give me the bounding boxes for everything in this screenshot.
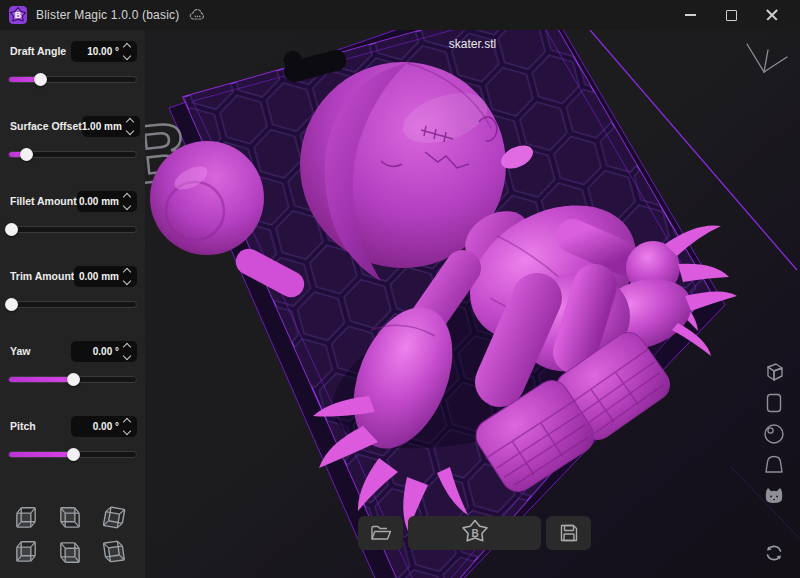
control-value: 0.00 ° <box>93 346 119 357</box>
view-preset-4[interactable] <box>12 538 40 566</box>
stepper <box>119 269 137 284</box>
refresh-icon <box>762 541 786 565</box>
cube-view-icon <box>56 504 84 532</box>
draft-angle-slider[interactable] <box>8 73 137 86</box>
yaw-slider[interactable] <box>8 373 137 386</box>
slider-track[interactable] <box>8 226 137 233</box>
pitch-slider[interactable] <box>8 448 137 461</box>
control-label: Surface Offset <box>8 120 82 132</box>
model-leg-left <box>500 298 537 382</box>
blister-logo-button[interactable]: B <box>408 516 541 550</box>
trim-amount-input[interactable]: 0.00 mm <box>74 266 137 287</box>
stepper-up-icon[interactable] <box>123 192 131 200</box>
stepper-up-icon[interactable] <box>123 42 131 50</box>
control-label: Pitch <box>8 420 36 432</box>
save-file-button[interactable] <box>546 516 591 550</box>
slider-thumb[interactable] <box>67 448 80 461</box>
sphere-icon <box>762 422 786 446</box>
control-value: 0.00 mm <box>79 271 119 282</box>
sphere-tool-button[interactable] <box>760 420 788 448</box>
control-pitch: Pitch 0.00 ° <box>0 415 145 490</box>
tub-tool-button[interactable] <box>760 451 788 479</box>
stepper-up-icon[interactable] <box>123 342 131 350</box>
stepper <box>119 44 137 59</box>
stepper-down-icon[interactable] <box>126 126 134 134</box>
stepper-down-icon[interactable] <box>123 51 131 59</box>
window-controls <box>676 3 800 27</box>
surface-offset-slider[interactable] <box>8 148 137 161</box>
control-surface-offset: Surface Offset 1.00 mm <box>0 115 145 190</box>
close-button[interactable] <box>758 3 786 27</box>
pitch-input[interactable]: 0.00 ° <box>71 416 137 437</box>
draft-angle-input[interactable]: 10.00 ° <box>71 41 137 62</box>
slider-fill <box>9 452 74 457</box>
close-icon <box>766 9 778 21</box>
app-window: B Blister Magic 1.0.0 (basic) Draft Angl… <box>0 0 800 578</box>
slider-thumb[interactable] <box>5 223 18 236</box>
stepper-up-icon[interactable] <box>123 267 131 275</box>
control-value: 1.00 mm <box>82 121 122 132</box>
control-draft-angle: Draft Angle 10.00 ° <box>0 40 145 115</box>
stepper-down-icon[interactable] <box>123 276 131 284</box>
view-preset-2[interactable] <box>56 504 84 532</box>
model-leg-right <box>575 286 595 352</box>
control-label: Fillet Amount <box>8 195 77 207</box>
stepper <box>119 194 137 209</box>
stepper-down-icon[interactable] <box>123 426 131 434</box>
control-label: Trim Amount <box>8 270 74 282</box>
stepper <box>119 419 137 434</box>
stepper <box>122 119 140 134</box>
view-preset-3[interactable] <box>100 504 128 532</box>
slider-thumb[interactable] <box>20 148 33 161</box>
fillet-amount-input[interactable]: 0.00 mm <box>77 191 137 212</box>
cube-view-icon <box>56 538 84 566</box>
surface-offset-input[interactable]: 1.00 mm <box>82 116 140 137</box>
stepper-up-icon[interactable] <box>126 117 134 125</box>
open-file-button[interactable] <box>358 516 403 550</box>
cube-view-icon <box>12 538 40 566</box>
folder-open-icon <box>370 524 392 542</box>
maximize-button[interactable] <box>717 3 745 27</box>
title-bar: B Blister Magic 1.0.0 (basic) <box>0 0 800 30</box>
view-preset-5[interactable] <box>56 538 84 566</box>
plate-icon <box>762 391 786 415</box>
view-preset-1[interactable] <box>12 504 40 532</box>
slider-thumb[interactable] <box>67 373 80 386</box>
box-tool-button[interactable] <box>760 358 788 386</box>
viewport-3d[interactable]: B <box>145 30 800 578</box>
cube-view-icon <box>98 502 130 534</box>
cat-tool-button[interactable] <box>760 482 788 510</box>
model-arm-right <box>573 236 623 258</box>
control-label: Yaw <box>8 345 30 357</box>
trim-amount-slider[interactable] <box>8 298 137 311</box>
view-preset-6[interactable] <box>100 538 128 566</box>
slider-thumb[interactable] <box>34 73 47 86</box>
shape-tool-rail <box>760 358 788 567</box>
stepper-down-icon[interactable] <box>123 351 131 359</box>
control-label: Draft Angle <box>8 45 66 57</box>
slider-fill <box>9 377 74 382</box>
cube-view-icon <box>98 536 130 568</box>
app-logo-icon: B <box>9 6 27 24</box>
svg-text:B: B <box>15 10 22 20</box>
stepper-down-icon[interactable] <box>123 201 131 209</box>
save-icon <box>559 523 579 543</box>
control-value: 0.00 ° <box>93 421 119 432</box>
minimize-button[interactable] <box>676 3 704 27</box>
slider-thumb[interactable] <box>5 298 18 311</box>
fillet-amount-slider[interactable] <box>8 223 137 236</box>
cube-view-icon <box>12 504 40 532</box>
cat-icon <box>762 484 786 508</box>
plate-tool-button[interactable] <box>760 389 788 417</box>
maximize-icon <box>726 10 737 21</box>
axis-gizmo-icon[interactable] <box>743 40 791 80</box>
cloud-status-icon[interactable] <box>189 8 206 23</box>
control-value: 0.00 mm <box>79 196 119 207</box>
minimize-icon <box>685 14 696 16</box>
slider-track[interactable] <box>8 301 137 308</box>
yaw-input[interactable]: 0.00 ° <box>71 341 137 362</box>
view-presets <box>12 504 145 568</box>
box-icon <box>762 360 786 384</box>
refresh-button[interactable] <box>760 539 788 567</box>
stepper-up-icon[interactable] <box>123 417 131 425</box>
